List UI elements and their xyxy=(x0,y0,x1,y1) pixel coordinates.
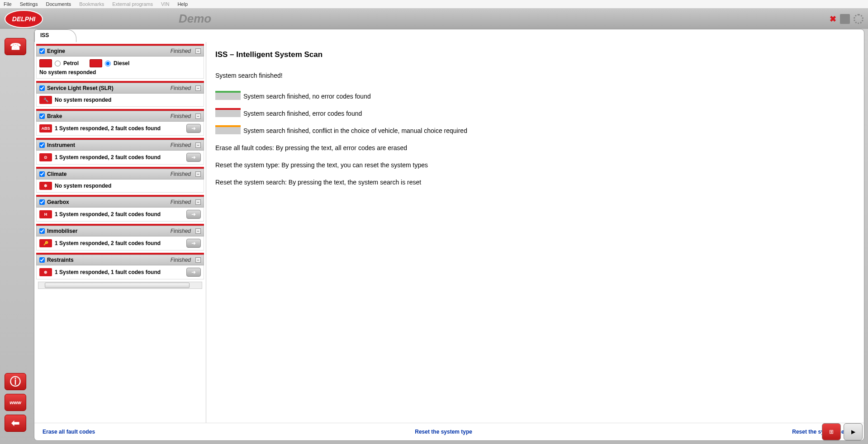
system-status: Finished xyxy=(171,142,191,148)
menu-documents[interactable]: Documents xyxy=(46,1,71,7)
system-block: GearboxFinished−H1 System responded, 2 f… xyxy=(36,195,204,222)
system-header[interactable]: InstrumentFinished− xyxy=(36,140,204,151)
system-checkbox[interactable] xyxy=(39,257,45,263)
menu-vin[interactable]: VIN xyxy=(161,1,169,7)
legend-bar-green-icon xyxy=(215,93,241,100)
system-checkbox[interactable] xyxy=(39,113,45,119)
system-icon: H xyxy=(39,210,52,218)
system-status: Finished xyxy=(171,85,191,91)
info-button[interactable] xyxy=(5,373,26,390)
phone-button[interactable] xyxy=(5,38,26,55)
tab-iss[interactable]: ISS xyxy=(34,29,76,42)
scrollbar-thumb[interactable] xyxy=(45,283,190,288)
arrow-button[interactable] xyxy=(186,239,201,248)
info-panel: ISS – Intelligent System Scan System sea… xyxy=(206,42,864,423)
system-icon: ❄ xyxy=(39,182,52,190)
collapse-icon[interactable]: − xyxy=(195,257,201,263)
system-icon: ABS xyxy=(39,124,52,132)
menu-help[interactable]: Help xyxy=(177,1,188,7)
system-checkbox[interactable] xyxy=(39,48,45,54)
system-checkbox[interactable] xyxy=(39,228,45,234)
system-checkbox[interactable] xyxy=(39,199,45,205)
petrol-label: Petrol xyxy=(63,60,79,66)
legend-red-text: System search finished, error codes foun… xyxy=(243,110,362,117)
system-header[interactable]: ClimateFinished− xyxy=(36,169,204,179)
diesel-label: Diesel xyxy=(114,60,129,66)
instr-reset-type: Reset the system type: By pressing the t… xyxy=(215,161,855,169)
collapse-icon[interactable]: − xyxy=(195,113,201,119)
instr-erase: Erase all fault codes: By pressing the t… xyxy=(215,144,855,151)
system-status: Finished xyxy=(171,171,191,177)
system-list[interactable]: EngineFinished−PetrolDieselNo system res… xyxy=(34,42,206,423)
collapse-icon[interactable]: − xyxy=(195,85,201,91)
system-status: Finished xyxy=(171,113,191,119)
system-title: Gearbox xyxy=(47,199,69,205)
menu-file[interactable]: File xyxy=(4,1,12,7)
system-msg: 1 System responded, 2 fault codes found xyxy=(55,125,184,132)
www-button[interactable] xyxy=(5,394,26,411)
system-status: Finished xyxy=(171,48,191,54)
menu-external[interactable]: External programs xyxy=(112,1,153,7)
system-header[interactable]: ImmobiliserFinished− xyxy=(36,226,204,236)
system-header[interactable]: EngineFinished− xyxy=(36,46,204,57)
arrow-button[interactable] xyxy=(186,153,201,162)
menu-settings[interactable]: Settings xyxy=(20,1,38,7)
engine-body: PetrolDieselNo system responded xyxy=(36,57,204,79)
system-status: Finished xyxy=(171,228,191,234)
play-button[interactable]: ▶ xyxy=(844,423,863,440)
system-checkbox[interactable] xyxy=(39,142,45,148)
system-msg: 1 System responded, 1 fault codes found xyxy=(55,269,184,275)
petrol-radio[interactable] xyxy=(55,61,61,66)
system-body: ❄No system responded xyxy=(36,179,204,193)
system-header[interactable]: RestraintsFinished− xyxy=(36,255,204,265)
system-block: EngineFinished−PetrolDieselNo system res… xyxy=(36,44,204,79)
system-checkbox[interactable] xyxy=(39,171,45,177)
system-header[interactable]: GearboxFinished− xyxy=(36,197,204,208)
system-status: Finished xyxy=(171,257,191,263)
legend-orange: System search finished, conflict in the … xyxy=(215,127,855,134)
main-panel: ISS EngineFinished−PetrolDieselNo system… xyxy=(34,29,864,441)
system-title: Service Light Reset (SLR) xyxy=(47,85,114,91)
diesel-radio[interactable] xyxy=(105,61,111,66)
arrow-button[interactable] xyxy=(186,268,201,277)
menu-bookmarks[interactable]: Bookmarks xyxy=(79,1,104,7)
system-body: 🔧No system responded xyxy=(36,94,204,107)
system-msg: No system responded xyxy=(55,97,201,103)
system-msg: 1 System responded, 2 fault codes found xyxy=(55,211,184,217)
petrol-icon xyxy=(39,59,52,67)
system-header[interactable]: BrakeFinished− xyxy=(36,111,204,122)
footer-actions: Erase all fault codes Reset the system t… xyxy=(34,423,864,440)
menubar: File Settings Documents Bookmarks Extern… xyxy=(0,0,868,9)
logo: DELPHI xyxy=(5,10,43,28)
erase-all-link[interactable]: Erase all fault codes xyxy=(43,429,95,435)
system-body: H1 System responded, 2 fault codes found xyxy=(36,208,204,222)
horizontal-scrollbar[interactable] xyxy=(38,282,202,289)
system-header[interactable]: Service Light Reset (SLR)Finished− xyxy=(36,83,204,94)
collapse-icon[interactable]: − xyxy=(195,48,201,54)
system-body: ABS1 System responded, 2 fault codes fou… xyxy=(36,122,204,136)
system-msg: 1 System responded, 2 fault codes found xyxy=(55,154,184,161)
system-body: 🔑1 System responded, 2 fault codes found xyxy=(36,236,204,250)
system-body: ⊙1 System responded, 2 fault codes found xyxy=(36,151,204,165)
collapse-icon[interactable]: − xyxy=(195,228,201,234)
collapse-icon[interactable]: − xyxy=(195,142,201,148)
system-title: Climate xyxy=(47,171,66,177)
system-checkbox[interactable] xyxy=(39,85,45,91)
calendar-icon[interactable] xyxy=(840,14,850,24)
close-icon[interactable]: ✖ xyxy=(830,14,836,24)
system-title: Restraints xyxy=(47,257,74,263)
system-block: BrakeFinished−ABS1 System responded, 2 f… xyxy=(36,109,204,136)
system-block: InstrumentFinished−⊙1 System responded, … xyxy=(36,138,204,165)
arrow-button[interactable] xyxy=(186,210,201,219)
flowchart-button[interactable]: ⊞ xyxy=(822,423,841,440)
collapse-icon[interactable]: − xyxy=(195,171,201,177)
legend-bar-red-icon xyxy=(215,110,241,117)
reset-type-link[interactable]: Reset the system type xyxy=(415,429,472,435)
system-icon: 🔑 xyxy=(39,239,52,247)
legend-green-text: System search finished, no error codes f… xyxy=(243,93,371,100)
collapse-icon[interactable]: − xyxy=(195,199,201,205)
system-icon: ⊙ xyxy=(39,153,52,161)
system-block: ClimateFinished−❄No system responded xyxy=(36,167,204,193)
arrow-button[interactable] xyxy=(186,124,201,133)
back-button[interactable] xyxy=(5,415,26,432)
